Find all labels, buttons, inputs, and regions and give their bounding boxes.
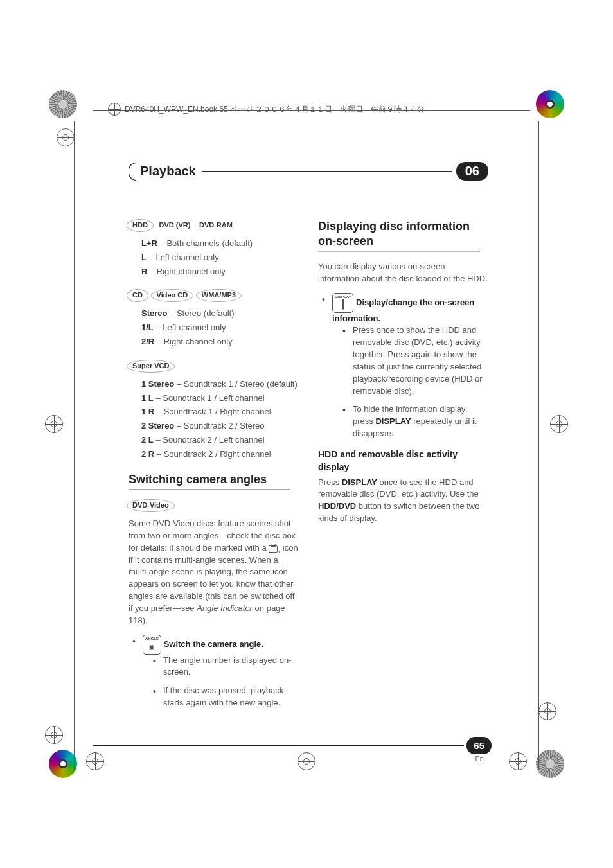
printer-color-mark xyxy=(536,90,564,118)
angles-paragraph: Some DVD-Video discs feature scenes shot… xyxy=(129,518,299,627)
option-list: L+R – Both channels (default) L – Left c… xyxy=(129,238,299,278)
media-badge: HDD xyxy=(129,220,152,231)
disc-intro: You can display various on-screen inform… xyxy=(318,261,488,285)
media-badge: DVD-Video xyxy=(129,500,173,511)
registration-mark xyxy=(538,702,556,720)
media-badge-group: DVD-Video xyxy=(129,499,299,511)
right-column: Displaying disc information on-screen Yo… xyxy=(318,219,488,716)
chapter-number: 06 xyxy=(456,162,488,181)
document-header-meta: DVR640H_WPW_EN.book 65 ページ ２００６年４月１１日 火曜… xyxy=(108,103,425,116)
media-badge-group: HDD DVD (VR) DVD-RAM xyxy=(129,219,299,231)
registration-mark xyxy=(45,726,63,744)
step-title: Switch the camera angle. xyxy=(164,639,263,649)
section-heading-angles: Switching camera angles xyxy=(129,472,299,487)
printer-color-mark xyxy=(49,750,77,778)
crop-line xyxy=(74,121,75,770)
step-title: Display/change the on-screen information… xyxy=(332,297,474,323)
media-badge-group: CD Video CD WMA/MP3 xyxy=(129,289,299,301)
left-column: HDD DVD (VR) DVD-RAM L+R – Both channels… xyxy=(129,219,299,716)
option-list: 1 Stereo – Soundtrack 1 / Stereo (defaul… xyxy=(129,378,299,461)
registration-mark xyxy=(86,752,104,770)
step-list: DISPLAY Display/change the on-screen inf… xyxy=(318,293,488,440)
registration-mark xyxy=(57,128,75,146)
header-meta-text: DVR640H_WPW_EN.book 65 ページ ２００６年４月１１日 火曜… xyxy=(125,104,425,115)
camera-glyph-icon: ▣ xyxy=(149,644,155,650)
camera-angle-icon: n xyxy=(269,544,280,553)
media-badge: CD xyxy=(129,290,147,301)
media-badge: WMA/MP3 xyxy=(198,290,240,301)
registration-mark xyxy=(45,415,63,433)
display-button-icon: DISPLAY xyxy=(332,293,353,313)
chapter-header: Playback 06 xyxy=(129,162,488,181)
crop-line xyxy=(538,121,539,770)
option-list: Stereo – Stereo (default) 1/L – Left cha… xyxy=(129,308,299,348)
section-heading-disc-info: Displaying disc information on-screen xyxy=(318,219,488,248)
registration-mark xyxy=(298,752,315,770)
oplus-icon xyxy=(108,103,121,116)
media-badge: Super VCD xyxy=(129,361,173,371)
chapter-title: Playback xyxy=(136,164,202,179)
section-rule xyxy=(318,251,480,252)
media-badge: Video CD xyxy=(153,290,192,301)
media-badge: DVD (VR) xyxy=(157,220,191,231)
printer-radial-mark xyxy=(536,750,564,778)
section-rule xyxy=(129,489,290,490)
page-footer: 65 En xyxy=(93,737,492,754)
subsection-heading: HDD and removable disc activity display xyxy=(318,448,488,474)
sub-bullet: Press once to show the HDD and removable… xyxy=(341,324,488,397)
page-lang: En xyxy=(475,755,484,763)
sub-bullet: If the disc was paused, playback starts … xyxy=(152,685,299,709)
sub-bullet: The angle number is displayed on-screen. xyxy=(152,655,299,679)
registration-mark xyxy=(509,752,527,770)
step-list: ANGLE ▣ Switch the camera angle. The ang… xyxy=(129,635,299,709)
sub-bullet: To hide the information display, press D… xyxy=(341,403,488,440)
angle-button-icon: ANGLE ▣ xyxy=(143,635,161,655)
media-badge-group: Super VCD xyxy=(129,360,299,372)
registration-mark xyxy=(550,415,568,433)
page-number: 65 xyxy=(466,737,492,754)
media-badge: DVD-RAM xyxy=(198,220,234,231)
disc-activity-paragraph: Press DISPLAY once to see the HDD and re… xyxy=(318,477,488,525)
printer-radial-mark xyxy=(49,90,77,118)
